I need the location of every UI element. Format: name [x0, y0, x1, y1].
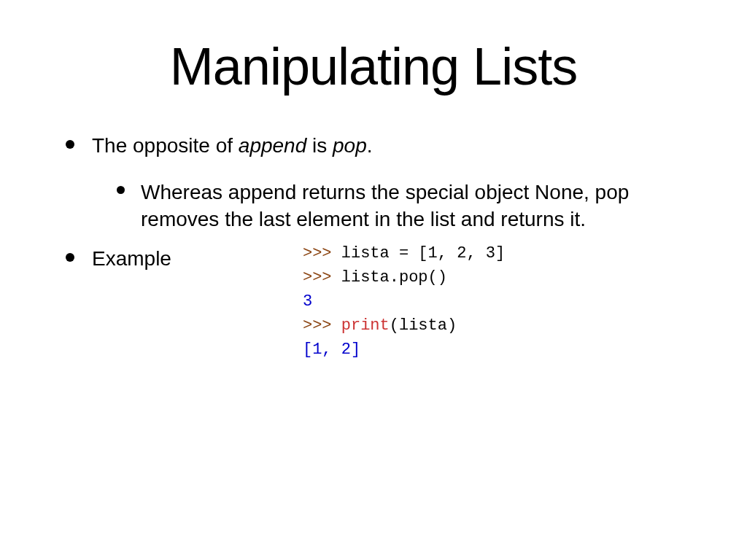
bullet-text-2: Example	[92, 246, 171, 272]
bullet-dot-icon	[117, 186, 125, 194]
italic-word-pop: pop	[333, 134, 367, 157]
text-segment: .	[367, 134, 373, 157]
slide-title: Manipulating Lists	[44, 36, 703, 96]
repl-prompt: >>>	[303, 244, 341, 262]
slide: Manipulating Lists The opposite of appen…	[0, 0, 747, 404]
bullet-dot-icon	[66, 140, 74, 149]
output-number: 3	[303, 292, 312, 311]
code-line-1: >>> lista = [1, 2, 3]	[303, 241, 505, 265]
repl-prompt: >>>	[303, 316, 341, 335]
bullet-text-1: The opposite of append is pop.	[92, 133, 373, 159]
italic-word-append: append	[239, 134, 306, 157]
code-line-5: [1, 2]	[303, 338, 505, 362]
text-segment: The opposite of	[92, 134, 239, 157]
code-text: lista.pop()	[341, 268, 447, 287]
bullet-dot-icon	[66, 253, 74, 262]
code-func: print	[341, 316, 390, 335]
output-list: [1, 2]	[303, 341, 360, 359]
code-line-2: >>> lista.pop()	[303, 265, 505, 289]
code-example: >>> lista = [1, 2, 3] >>> lista.pop() 3 …	[303, 241, 505, 362]
text-segment: is	[306, 134, 333, 157]
code-line-3: 3	[303, 289, 505, 314]
bullet-item-1: The opposite of append is pop.	[66, 133, 703, 159]
bullet-item-1-sub: Whereas append returns the special objec…	[117, 179, 703, 233]
code-text: lista = [1, 2, 3]	[341, 244, 505, 262]
bullet-text-1-sub: Whereas append returns the special objec…	[141, 179, 703, 233]
code-text: (lista)	[390, 316, 457, 335]
repl-prompt: >>>	[303, 268, 341, 287]
code-line-4: >>> print(lista)	[303, 314, 505, 338]
bullet-item-2: Example >>> lista = [1, 2, 3] >>> lista.…	[66, 246, 703, 362]
